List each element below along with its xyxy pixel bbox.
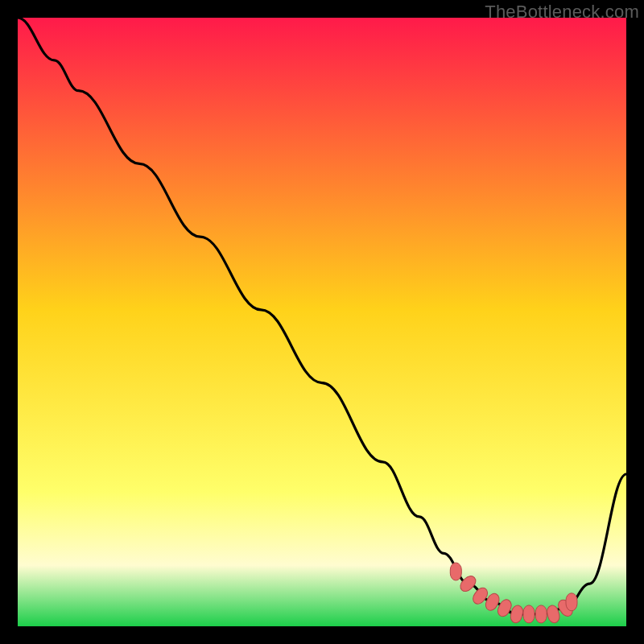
- marker-point: [523, 605, 535, 623]
- marker-point: [566, 593, 577, 611]
- gradient-background: [18, 18, 626, 626]
- plot-area: [18, 18, 626, 626]
- marker-point: [535, 605, 547, 623]
- chart-svg: [18, 18, 626, 626]
- chart-frame: TheBottleneck.com: [0, 0, 644, 644]
- marker-point: [450, 563, 461, 580]
